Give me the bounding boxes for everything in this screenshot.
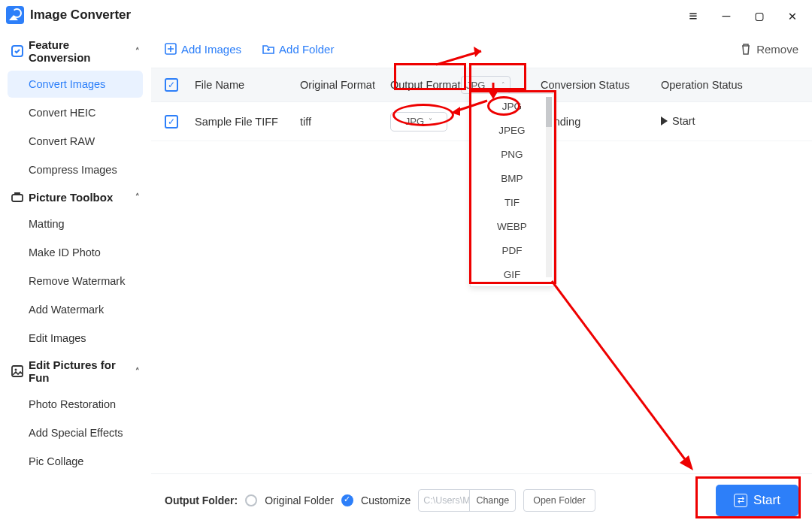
button-label: Start (753, 493, 780, 508)
minimize-button[interactable]: — (720, 8, 732, 23)
button-label: Start (672, 115, 695, 127)
sidebar-item-convert-heic[interactable]: Convert HEIC (8, 99, 143, 126)
sidebar-item-add-watermark[interactable]: Add Watermark (8, 296, 143, 323)
sidebar-item-photo-restoration[interactable]: Photo Restoration (8, 391, 143, 418)
dropdown-option-webp[interactable]: WEBP (471, 214, 553, 238)
add-folder-icon (262, 43, 274, 55)
app-logo-icon (6, 6, 24, 24)
column-output-format: Output Format (390, 79, 465, 91)
dropdown-option-png[interactable]: PNG (471, 142, 553, 166)
cell-conversion-status: Pending (541, 116, 661, 128)
original-folder-label: Original Folder (265, 494, 334, 506)
svg-rect-1 (12, 195, 23, 201)
remove-button[interactable]: Remove (740, 43, 798, 56)
dropdown-option-pdf[interactable]: PDF (471, 238, 553, 262)
toolbox-icon (11, 190, 24, 204)
dropdown-option-bmp[interactable]: BMP (471, 166, 553, 190)
button-label: Add Folder (279, 43, 334, 56)
close-button[interactable]: ✕ (786, 8, 798, 23)
output-folder-label: Output Folder: (165, 494, 238, 506)
sidebar-item-convert-raw[interactable]: Convert RAW (8, 128, 143, 155)
output-path-value: C:\Users\MLoong (419, 495, 469, 506)
content-area: Add Images Add Folder Remove ✓ File Name… (150, 30, 812, 526)
customize-folder-radio[interactable] (341, 494, 353, 506)
sidebar-group-label: Feature Conversion (29, 38, 131, 64)
chevron-down-icon: ˅ (429, 117, 432, 125)
app-title: Image Converter (30, 8, 131, 23)
bottom-bar: Output Folder: Original Folder Customize… (151, 473, 812, 526)
select-value: JPG (405, 116, 424, 127)
menu-icon[interactable]: ≡ (687, 8, 699, 23)
sidebar-item-remove-watermark[interactable]: Remove Watermark (8, 268, 143, 295)
cell-original-format: tiff (300, 116, 390, 128)
dropdown-option-jpeg[interactable]: JPEG (471, 118, 553, 142)
dropdown-option-jpg[interactable]: JPG (471, 94, 553, 118)
row-checkbox[interactable]: ✓ (165, 115, 178, 128)
sidebar-item-edit-images[interactable]: Edit Images (8, 325, 143, 352)
open-folder-button[interactable]: Open Folder (523, 489, 595, 512)
output-path-field[interactable]: C:\Users\MLoong Change (418, 489, 516, 512)
sidebar-item-pic-collage[interactable]: Pic Collage (8, 448, 143, 475)
column-filename: File Name (195, 79, 300, 91)
sidebar: Feature Conversion ˄ Convert Images Conv… (0, 30, 150, 526)
svg-point-3 (15, 369, 17, 371)
convert-icon: ⇄ (734, 494, 747, 507)
format-dropdown[interactable]: JPG JPEG PNG BMP TIF WEBP PDF GIF (470, 93, 554, 287)
trash-icon (740, 43, 752, 55)
cell-filename: Sample File TIFF (195, 116, 300, 128)
sidebar-group-label: Picture Toolbox (29, 191, 113, 204)
fun-icon (11, 364, 24, 378)
column-conversion-status: Conversion Status (541, 79, 661, 91)
column-operation-status: Operation Status (661, 79, 781, 91)
chevron-up-icon: ˄ (135, 47, 140, 56)
row-format-select[interactable]: JPG ˅ (390, 112, 447, 132)
row-start-button[interactable]: Start (661, 115, 695, 127)
select-all-checkbox[interactable]: ✓ (165, 78, 178, 92)
play-icon (661, 116, 668, 125)
feature-icon (11, 44, 24, 58)
title-bar: Image Converter ≡ — ▢ ✕ (0, 0, 812, 30)
chevron-up-icon: ˄ (501, 81, 505, 89)
dropdown-scrollbar-thumb[interactable] (546, 97, 552, 127)
sidebar-item-add-special-effects[interactable]: Add Special Effects (8, 419, 143, 446)
button-label: Remove (756, 43, 798, 56)
window-controls: ≡ — ▢ ✕ (687, 8, 806, 23)
sidebar-group-feature-conversion[interactable]: Feature Conversion ˄ (8, 33, 143, 69)
column-original-format: Original Format (300, 79, 390, 91)
sidebar-item-convert-images[interactable]: Convert Images (8, 71, 143, 98)
select-value: JPG (466, 80, 485, 91)
sidebar-item-compress-images[interactable]: Compress Images (8, 156, 143, 183)
customize-folder-label: Customize (361, 494, 411, 506)
maximize-button[interactable]: ▢ (753, 8, 765, 23)
add-image-icon (165, 43, 177, 55)
chevron-up-icon: ˄ (135, 367, 140, 376)
dropdown-option-tif[interactable]: TIF (471, 190, 553, 214)
button-label: Add Images (181, 43, 241, 56)
sidebar-item-matting[interactable]: Matting (8, 210, 143, 237)
content-toolbar: Add Images Add Folder Remove (151, 30, 812, 68)
add-folder-button[interactable]: Add Folder (262, 43, 334, 56)
output-format-header-select[interactable]: JPG ˄ (461, 76, 511, 94)
change-path-button[interactable]: Change (469, 490, 515, 511)
sidebar-group-label: Edit Pictures for Fun (29, 358, 131, 384)
add-images-button[interactable]: Add Images (165, 43, 241, 56)
sidebar-item-make-id-photo[interactable]: Make ID Photo (8, 239, 143, 266)
original-folder-radio[interactable] (245, 494, 257, 506)
sidebar-group-picture-toolbox[interactable]: Picture Toolbox ˄ (8, 185, 143, 209)
start-button[interactable]: ⇄ Start (716, 485, 798, 516)
dropdown-option-gif[interactable]: GIF (471, 262, 553, 286)
sidebar-group-edit-pictures-fun[interactable]: Edit Pictures for Fun ˄ (8, 353, 143, 389)
chevron-up-icon: ˄ (135, 192, 140, 202)
